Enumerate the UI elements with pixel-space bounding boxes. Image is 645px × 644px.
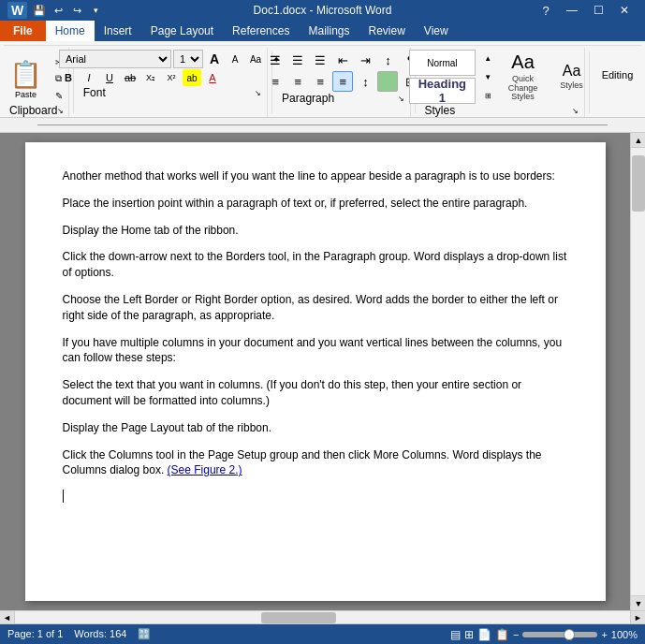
view-reading-btn[interactable]: 📄	[477, 628, 491, 641]
superscript-button[interactable]: X²	[162, 69, 181, 86]
bold-button[interactable]: B	[59, 69, 78, 86]
styles-label: Styles	[425, 104, 456, 117]
paste-button[interactable]: 📋 Paste	[5, 53, 48, 104]
scroll-down-arrow[interactable]: ▼	[631, 595, 645, 610]
text-cursor	[63, 490, 64, 503]
para-group-inner: ☰ ☰ ☰ ⇤ ⇥ ↕ ¶ ≡ ≡ ≡ ≡ ↕	[265, 50, 420, 92]
para-top-row: ☰ ☰ ☰ ⇤ ⇥ ↕ ¶	[265, 50, 420, 70]
scroll-thumb[interactable]	[632, 155, 645, 212]
change-styles-icon: Aa	[563, 63, 581, 80]
help-btn[interactable]: ?	[533, 0, 559, 21]
close-btn[interactable]: ✕	[611, 0, 638, 21]
italic-button[interactable]: I	[80, 69, 98, 86]
para-label-row: Paragraph ↘	[282, 92, 404, 105]
save-quick-btn[interactable]: 💾	[31, 2, 48, 19]
change-styles-button[interactable]: Aa Styles	[549, 51, 594, 102]
shrink-font-button[interactable]: A	[226, 51, 244, 67]
quick-change-styles-button[interactable]: Aa QuickChangeStyles	[500, 51, 546, 102]
highlight-button[interactable]: ab	[183, 69, 201, 86]
change-case-button[interactable]: Aa	[246, 51, 265, 67]
sort-button[interactable]: ↕	[377, 50, 398, 70]
normal-style-box[interactable]: Normal	[409, 50, 476, 76]
align-right-button[interactable]: ≡	[310, 71, 330, 92]
page-layout-menu-item[interactable]: Page Layout	[141, 21, 223, 41]
font-name-select[interactable]: Arial	[59, 50, 171, 68]
paragraph-8: Display the Page Layout tab of the ribbo…	[63, 420, 568, 436]
shading-button[interactable]	[377, 71, 398, 92]
view-print-btn[interactable]: ▤	[450, 628, 461, 641]
subscript-button[interactable]: X₂	[141, 69, 160, 86]
decrease-indent-button[interactable]: ⇤	[332, 50, 353, 70]
home-menu-item[interactable]: Home	[46, 21, 95, 41]
view-menu-item[interactable]: View	[415, 21, 458, 41]
styles-scroll-down-btn[interactable]: ▼	[478, 68, 497, 85]
change-styles-label: Styles	[560, 81, 583, 91]
figure-link[interactable]: (See Figure 2.)	[168, 463, 242, 476]
para-expand-icon[interactable]: ↘	[398, 95, 404, 103]
h-scroll-track	[15, 611, 630, 624]
font-label-row: Font ↘	[83, 86, 262, 99]
line-spacing-button[interactable]: ↕	[355, 71, 375, 92]
styles-expand-btn[interactable]: ⊞	[478, 87, 497, 104]
strikethrough-button[interactable]: ab	[121, 69, 139, 86]
insert-menu-item[interactable]: Insert	[95, 21, 141, 41]
justify-button[interactable]: ≡	[332, 71, 353, 92]
window-title: Doc1.docx - Microsoft Word	[254, 4, 392, 17]
zoom-slider[interactable]	[522, 632, 597, 637]
underline-button[interactable]: U	[100, 69, 119, 86]
h-scroll-thumb[interactable]	[261, 612, 336, 623]
ribbon: 📋 Paste ✂ ⧉ ✎ Clipboard ↘	[0, 41, 645, 118]
minimize-btn[interactable]: —	[559, 0, 585, 21]
vertical-scrollbar[interactable]: ▲ ▼	[630, 133, 645, 610]
paragraph-7: Select the text that you want in columns…	[63, 377, 568, 409]
mailings-menu-item[interactable]: Mailings	[299, 21, 359, 41]
document-scroll-area[interactable]: Another method that works well if you wa…	[0, 133, 630, 610]
numbering-button[interactable]: ☰	[287, 50, 308, 70]
bullets-button[interactable]: ☰	[265, 50, 286, 70]
scroll-left-arrow[interactable]: ◄	[0, 611, 15, 624]
heading1-style-box[interactable]: Heading 1	[409, 78, 476, 104]
review-menu-item[interactable]: Review	[359, 21, 414, 41]
styles-scroll-up-btn[interactable]: ▲	[478, 50, 497, 66]
maximize-btn[interactable]: ☐	[585, 0, 611, 21]
styles-label-row: Styles ↘	[425, 104, 579, 117]
styles-expand-icon[interactable]: ↘	[572, 107, 579, 115]
font-size-select[interactable]: 10	[173, 50, 203, 68]
language-icon[interactable]: 🔡	[138, 628, 151, 640]
align-left-button[interactable]: ≡	[265, 71, 286, 92]
undo-quick-btn[interactable]: ↩	[50, 2, 66, 19]
page-count: Page: 1 of 1	[7, 628, 63, 640]
redo-quick-btn[interactable]: ↪	[68, 2, 85, 19]
file-menu-btn[interactable]: File	[0, 21, 46, 41]
ruler-content	[37, 124, 608, 132]
paragraph-5: Choose the Left Border or Right Border o…	[63, 292, 568, 324]
styles-nav-btns: ▲ ▼ ⊞	[478, 50, 497, 104]
customize-quick-btn[interactable]: ▾	[87, 2, 104, 19]
multilevel-button[interactable]: ☰	[310, 50, 330, 70]
zoom-level: 100%	[611, 629, 638, 640]
paragraph-2: Place the insertion point within a parag…	[63, 196, 568, 212]
paragraph-1: Another method that works well if you wa…	[63, 168, 568, 184]
view-web-btn[interactable]: ⊞	[464, 628, 474, 641]
zoom-plus-btn[interactable]: +	[601, 629, 607, 640]
ribbon-group-font: Arial 10 A A Aa ✦ B I U ab	[78, 48, 269, 117]
paragraph-3: Display the Home tab of the ribbon.	[63, 223, 568, 239]
grow-font-button[interactable]: A	[205, 51, 224, 67]
references-menu-item[interactable]: References	[223, 21, 299, 41]
editing-label: Editing	[602, 69, 634, 80]
clipboard-expand-icon[interactable]: ↘	[57, 107, 64, 115]
format-painter-button[interactable]: ✎	[50, 88, 68, 104]
scroll-right-arrow[interactable]: ►	[630, 611, 645, 624]
align-center-button[interactable]: ≡	[287, 71, 308, 92]
quick-change-styles-label: QuickChangeStyles	[508, 75, 538, 103]
view-outline-btn[interactable]: 📋	[495, 628, 509, 641]
scroll-up-arrow[interactable]: ▲	[631, 133, 645, 148]
font-color-button[interactable]: A	[203, 69, 222, 86]
cursor-paragraph	[63, 490, 568, 507]
font-expand-icon[interactable]: ↘	[255, 89, 261, 97]
horizontal-scrollbar[interactable]: ◄ ►	[0, 610, 645, 623]
increase-indent-button[interactable]: ⇥	[355, 50, 375, 70]
zoom-minus-btn[interactable]: −	[513, 629, 519, 640]
title-bar-left: W 💾 ↩ ↪ ▾	[7, 2, 104, 19]
status-right: ▤ ⊞ 📄 📋 − + 100%	[450, 628, 638, 641]
